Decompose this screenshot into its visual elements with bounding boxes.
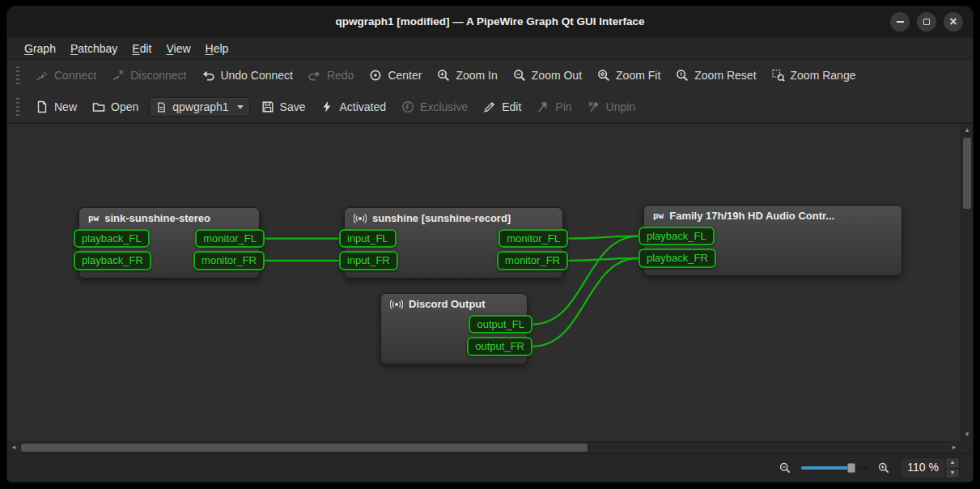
menu-patchbay-label: Patchbay [70, 42, 117, 55]
save-button[interactable]: Save [253, 96, 313, 118]
zoom-spinbox[interactable]: 110 % ▲ ▼ [900, 457, 960, 478]
connect-button[interactable]: Connect [28, 64, 104, 87]
window-title: qpwgraph1 [modified] — A PipeWire Graph … [7, 6, 973, 37]
port-monitor_FR[interactable]: monitor_FR [193, 251, 265, 270]
menu-graph[interactable]: Graph [17, 40, 63, 57]
port-playback_FR[interactable]: playback_FR [638, 249, 716, 267]
spin-up-icon[interactable]: ▲ [946, 458, 959, 469]
disconnect-button[interactable]: Disconnect [104, 64, 193, 87]
zoom-slider-fill [801, 466, 851, 470]
port-input_FR[interactable]: input_FR [339, 251, 398, 270]
zoom-in-mini-icon[interactable] [877, 461, 890, 474]
port-playback_FL[interactable]: playback_FL [638, 227, 715, 245]
patchbay-file-icon [155, 101, 168, 113]
port-input_FL[interactable]: input_FL [339, 229, 397, 248]
horizontal-scrollbar-thumb[interactable] [21, 444, 588, 452]
zoom-out-mini-icon[interactable] [778, 461, 791, 474]
exclusive-icon [401, 100, 415, 114]
scroll-left-arrow[interactable]: ◂ [8, 442, 19, 453]
graph-node-family[interactable]: pwFamily 17h/19h HD Audio Contr...playba… [643, 205, 902, 276]
pin-label: Pin [555, 100, 571, 113]
zoom-range-button[interactable]: Zoom Range [764, 64, 863, 87]
zoom-slider-handle[interactable] [847, 463, 855, 473]
menu-help[interactable]: Help [198, 40, 236, 57]
zoom-reset-button[interactable]: Zoom Reset [668, 64, 763, 87]
toolbar-drag-handle[interactable] [16, 98, 19, 116]
disconnect-icon [111, 68, 125, 83]
scroll-down-arrow[interactable]: ▾ [961, 429, 973, 440]
vertical-scrollbar-thumb[interactable] [963, 138, 971, 209]
node-title: Family 17h/19h HD Audio Contr... [669, 210, 834, 222]
connection-wire [568, 236, 638, 239]
port-output_FR[interactable]: output_FR [467, 337, 532, 355]
scroll-up-arrow[interactable]: ▴ [961, 125, 973, 136]
activated-bolt-icon [320, 100, 334, 114]
node-header[interactable]: pwsink-sunshine-stereo [79, 208, 259, 227]
activated-toggle[interactable]: Activated [312, 96, 393, 118]
connect-label: Connect [54, 69, 96, 82]
node-header[interactable]: sunshine [sunshine-record] [345, 208, 562, 227]
graph-node-sink[interactable]: pwsink-sunshine-stereoplayback_FLmonitor… [78, 207, 260, 279]
open-button[interactable]: Open [84, 96, 146, 118]
node-ports: output_FLoutput_FR [381, 315, 527, 356]
menu-view[interactable]: View [159, 40, 197, 57]
node-title: Discord Output [409, 298, 486, 310]
zoom-spin-buttons: ▲ ▼ [945, 458, 959, 478]
connect-icon [35, 68, 49, 83]
port-output_FL[interactable]: output_FL [469, 315, 532, 334]
port-playback_FR[interactable]: playback_FR [74, 251, 151, 270]
redo-icon [308, 68, 322, 83]
zoom-out-button[interactable]: Zoom Out [505, 64, 589, 87]
audio-record-icon [390, 299, 403, 310]
new-label: New [54, 100, 77, 113]
patchbay-combo[interactable]: qpwgraph1 [149, 97, 249, 117]
graph-canvas[interactable]: pwsink-sunshine-stereoplayback_FLmonitor… [7, 123, 973, 453]
undo-icon [201, 68, 215, 83]
port-monitor_FR[interactable]: monitor_FR [497, 251, 568, 270]
pin-toggle[interactable]: Pin [528, 96, 579, 118]
port-monitor_FL[interactable]: monitor_FL [498, 229, 568, 248]
minimize-button[interactable] [890, 12, 910, 32]
pipewire-icon: pw [88, 213, 99, 223]
port-monitor_FL[interactable]: monitor_FL [195, 229, 265, 248]
open-folder-icon [91, 100, 106, 114]
menu-view-label: View [166, 42, 190, 55]
node-ports: playback_FLplayback_FR [644, 227, 902, 268]
node-header[interactable]: Discord Output [381, 294, 527, 313]
graph-node-sunshine[interactable]: sunshine [sunshine-record]input_FLmonito… [344, 207, 563, 279]
vertical-scrollbar[interactable]: ▴ ▾ [961, 124, 973, 441]
zoom-fit-button[interactable]: Zoom Fit [589, 64, 668, 87]
new-button[interactable]: New [28, 96, 84, 118]
close-icon: × [949, 15, 957, 28]
menu-patchbay[interactable]: Patchbay [63, 40, 125, 57]
spin-down-icon[interactable]: ▼ [946, 469, 959, 478]
graph-area[interactable]: pwsink-sunshine-stereoplayback_FLmonitor… [7, 124, 961, 441]
save-label: Save [280, 100, 306, 113]
edit-toggle[interactable]: Edit [475, 96, 528, 118]
connection-wire [568, 258, 638, 261]
statusbar: 110 % ▲ ▼ [7, 453, 973, 482]
exclusive-label: Exclusive [420, 100, 468, 113]
scroll-right-arrow[interactable]: ▸ [948, 442, 960, 453]
zoom-out-label: Zoom Out [532, 69, 582, 82]
port-playback_FL[interactable]: playback_FL [74, 229, 150, 248]
redo-label: Redo [327, 69, 354, 82]
horizontal-scrollbar[interactable]: ◂ ▸ [7, 441, 961, 453]
exclusive-toggle[interactable]: Exclusive [393, 96, 475, 118]
graph-node-discord[interactable]: Discord Outputoutput_FLoutput_FR [380, 293, 528, 364]
toolbar-drag-handle[interactable] [16, 66, 19, 84]
node-header[interactable]: pwFamily 17h/19h HD Audio Contr... [644, 206, 902, 224]
open-label: Open [111, 100, 138, 113]
activated-label: Activated [339, 100, 386, 113]
zoom-slider[interactable] [801, 461, 868, 474]
maximize-icon [923, 19, 930, 25]
zoom-reset-icon [675, 68, 689, 83]
zoom-in-button[interactable]: Zoom In [429, 64, 504, 87]
maximize-button[interactable] [917, 12, 936, 32]
unpin-toggle[interactable]: Unpin [579, 96, 643, 118]
undo-connect-button[interactable]: Undo Connect [193, 64, 300, 87]
close-button[interactable]: × [944, 12, 963, 32]
menu-edit[interactable]: Edit [125, 40, 159, 57]
redo-button[interactable]: Redo [300, 64, 361, 87]
center-button[interactable]: Center [361, 64, 429, 87]
